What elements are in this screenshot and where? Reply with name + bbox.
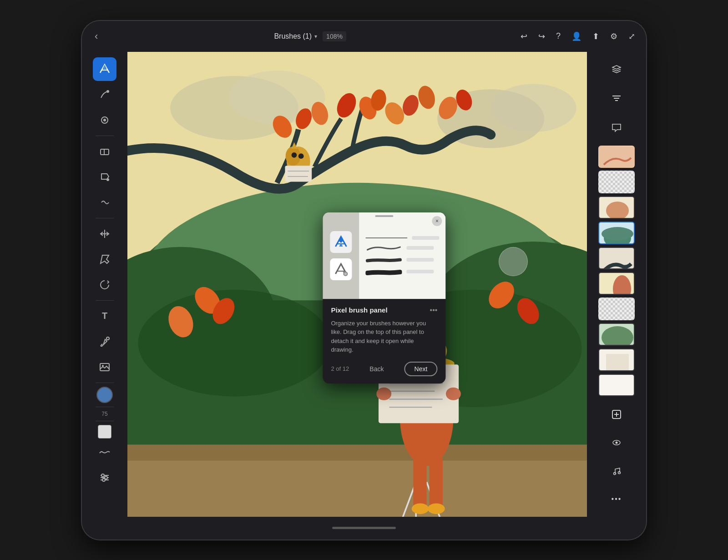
divider-4	[96, 383, 114, 383]
bottom-bar	[82, 517, 646, 540]
svg-point-2	[103, 119, 106, 121]
back-button-dialog[interactable]: Back	[369, 365, 384, 373]
top-bar: ‹ Brushes (1) ▾ 108% ↩ ↪ ? 👤 ⬆ ⚙ ⤢	[82, 21, 646, 52]
svg-point-5	[106, 178, 109, 181]
close-button[interactable]: ×	[432, 216, 442, 226]
svg-point-12	[101, 474, 104, 477]
adjust-tool[interactable]	[93, 466, 116, 489]
back-button[interactable]: ‹	[91, 29, 101, 44]
svg-point-37	[412, 503, 429, 514]
layer-thumb-7[interactable]	[598, 298, 635, 320]
tablet-frame: ‹ Brushes (1) ▾ 108% ↩ ↪ ? 👤 ⬆ ⚙ ⤢	[82, 21, 646, 540]
dialog-description: Organize your brushes however you like. …	[331, 319, 437, 354]
svg-point-98	[616, 442, 618, 444]
help-icon[interactable]: ?	[554, 30, 562, 43]
music-icon[interactable]	[605, 459, 628, 483]
more-options-button[interactable]: •••	[430, 306, 438, 314]
settings-icon[interactable]: ⚙	[608, 30, 619, 43]
svg-point-100	[618, 472, 621, 474]
color-picker[interactable]	[96, 387, 113, 403]
right-sidebar: •••	[587, 52, 646, 517]
layer-thumb-3[interactable]	[598, 196, 635, 219]
brush-item-4[interactable]	[365, 268, 439, 275]
pixel-brush-tool[interactable]	[93, 57, 116, 81]
svg-point-14	[102, 479, 105, 481]
dialog-tools-panel	[323, 212, 359, 299]
heal-tool[interactable]	[93, 273, 116, 297]
smudge-tool[interactable]	[93, 191, 116, 214]
layer-thumb-1[interactable]	[598, 146, 635, 168]
layer-thumb-10[interactable]	[598, 374, 635, 397]
brush-stroke-thin	[365, 237, 407, 238]
filter-icon[interactable]	[605, 86, 628, 110]
foreground-color[interactable]	[98, 425, 111, 439]
svg-point-6	[106, 337, 109, 340]
canvas-area[interactable]: ×	[127, 52, 587, 517]
transform-tool[interactable]	[93, 222, 116, 246]
undo-icon[interactable]: ↩	[519, 30, 529, 43]
chevron-down-icon: ▾	[314, 33, 317, 40]
secondary-tool-icon	[330, 258, 352, 280]
account-icon[interactable]: 👤	[570, 30, 583, 43]
image-tool[interactable]	[93, 355, 116, 379]
pixel-brush-icon	[330, 231, 352, 253]
svg-point-13	[105, 476, 107, 479]
layer-thumb-4[interactable]	[598, 222, 635, 244]
brush-title: Brushes (1)	[274, 32, 312, 40]
layer-thumb-2[interactable]	[598, 171, 635, 193]
comment-icon[interactable]	[605, 116, 628, 139]
brush-item-1[interactable]	[365, 236, 439, 240]
svg-rect-35	[413, 455, 426, 508]
add-layer-icon[interactable]	[605, 403, 628, 426]
live-brush-tool[interactable]	[93, 108, 116, 132]
fullscreen-icon[interactable]: ⤢	[627, 30, 637, 43]
redo-icon[interactable]: ↪	[536, 30, 547, 43]
layer-thumb-9[interactable]	[598, 348, 635, 371]
left-sidebar: T 75	[82, 52, 127, 517]
type-tool[interactable]: T	[93, 304, 116, 328]
svg-point-51	[376, 387, 391, 400]
document-title[interactable]: Brushes (1) ▾	[274, 32, 317, 40]
brush-label-2	[406, 246, 434, 250]
share-icon[interactable]: ⬆	[591, 30, 601, 43]
main-area: T 75	[82, 52, 646, 517]
brush-label	[412, 236, 439, 240]
svg-point-0	[106, 90, 109, 93]
right-top-icons	[605, 57, 628, 139]
home-indicator	[332, 527, 396, 529]
next-button-dialog[interactable]: Next	[404, 362, 438, 376]
brush-label-4	[406, 270, 434, 273]
brush-size-value: 75	[101, 411, 107, 417]
layer-thumb-6[interactable]	[598, 272, 635, 295]
brush-item-2[interactable]	[365, 244, 439, 252]
more-options-icon[interactable]: •••	[605, 487, 628, 511]
dialog-preview: ×	[323, 212, 445, 299]
dialog-title: Pixel brush panel	[331, 306, 387, 314]
svg-rect-36	[430, 455, 443, 508]
eyedropper-tool[interactable]	[93, 330, 116, 353]
brush-item-3[interactable]	[365, 256, 439, 263]
svg-rect-30	[127, 460, 587, 516]
pagination-label: 2 of 12	[331, 365, 349, 372]
selection-tool[interactable]	[93, 247, 116, 271]
layer-thumb-8[interactable]	[598, 323, 635, 346]
wave-tool[interactable]	[93, 440, 116, 464]
divider-5	[96, 407, 114, 407]
vector-brush-tool[interactable]	[93, 83, 116, 106]
eraser-tool[interactable]	[93, 140, 116, 163]
svg-point-99	[614, 473, 616, 475]
zoom-level[interactable]: 108%	[323, 31, 346, 41]
svg-rect-92	[606, 354, 629, 371]
drag-handle[interactable]	[375, 215, 393, 217]
dialog-content: Pixel brush panel ••• Organize your brus…	[323, 299, 445, 383]
svg-point-71	[292, 152, 297, 157]
svg-point-19	[491, 84, 576, 132]
eye-visibility-icon[interactable]	[605, 431, 628, 454]
layer-thumb-5[interactable]	[598, 247, 635, 270]
layers-icon[interactable]	[605, 57, 628, 81]
tutorial-dialog: ×	[323, 212, 445, 383]
svg-rect-73	[285, 166, 312, 182]
fill-tool[interactable]	[93, 165, 116, 189]
dialog-title-row: Pixel brush panel •••	[331, 306, 437, 314]
svg-point-52	[446, 387, 461, 400]
